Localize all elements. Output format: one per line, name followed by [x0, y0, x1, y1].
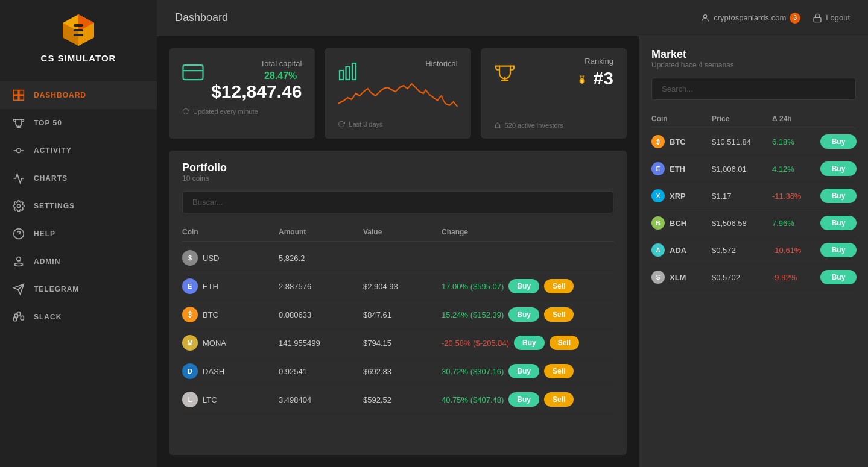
table-row: D DASH 0.92541 $692.83 30.72% ($307.16) …: [182, 357, 613, 386]
nav-items: DASHBOARD TOP 50 ACTIVITY CHARTS SETTING…: [0, 81, 157, 331]
svg-point-18: [17, 257, 21, 262]
change-cell-dash: 30.72% ($307.16) Buy Sell: [442, 364, 613, 378]
activity-icon: [12, 144, 25, 157]
sell-ltc-button[interactable]: Sell: [544, 392, 574, 407]
coin-dot-dash: D: [182, 363, 198, 379]
coin-dot-eth: E: [182, 278, 198, 294]
topbar-logout[interactable]: Logout: [813, 13, 850, 23]
buy-mona-button[interactable]: Buy: [514, 336, 545, 350]
card-total-percent: 28.47%: [264, 71, 297, 81]
help-icon: [12, 227, 25, 240]
market-change-eth: 4.12%: [772, 165, 820, 174]
admin-icon: [12, 255, 25, 268]
coin-dot-ltc: L: [182, 392, 198, 407]
sidebar-item-help[interactable]: HELP: [0, 220, 157, 248]
sidebar-label-dashboard: DASHBOARD: [34, 91, 86, 99]
market-price-xrp: $1.17: [712, 192, 772, 201]
telegram-icon: [12, 283, 25, 296]
logout-label: Logout: [826, 13, 850, 22]
market-price-xlm: $0.5702: [712, 273, 772, 282]
portfolio-search[interactable]: [182, 191, 613, 213]
sidebar-label-admin: ADMIN: [34, 257, 60, 266]
market-coin-name-xrp: XRP: [670, 192, 686, 201]
market-search-input[interactable]: [651, 78, 856, 100]
card-total-footer: Updated every minute: [182, 108, 302, 115]
amount-btc: 0.080633: [279, 310, 363, 319]
market-change-xrp: -11.36%: [772, 192, 820, 201]
change-cell-btc: 15.24% ($152.39) Buy Sell: [442, 307, 613, 322]
sidebar-item-dashboard[interactable]: DASHBOARD: [0, 81, 157, 109]
sidebar-item-slack[interactable]: SLACK: [0, 303, 157, 331]
main-content: Dashboard cryptospaniards.com 3 Logout: [157, 0, 868, 467]
sidebar-item-activity[interactable]: ACTIVITY: [0, 137, 157, 165]
market-price-eth: $1,006.01: [712, 165, 772, 174]
buy-btc-button[interactable]: Buy: [508, 307, 539, 322]
sell-mona-button[interactable]: Sell: [550, 336, 579, 350]
portfolio-title: Portfolio: [182, 161, 613, 174]
card-ranking-footer-text: 520 active investors: [505, 122, 563, 129]
portfolio-subtitle: 10 coins: [182, 174, 613, 183]
sidebar-item-settings[interactable]: SETTINGS: [0, 192, 157, 220]
buy-ltc-button[interactable]: Buy: [508, 392, 539, 407]
market-buy-xrp-button[interactable]: Buy: [820, 189, 857, 203]
market-buy-xlm-button[interactable]: Buy: [820, 270, 857, 284]
sidebar-label-settings: SETTINGS: [34, 202, 75, 210]
svg-rect-29: [340, 71, 343, 80]
market-dot-btc: ₿: [651, 135, 665, 148]
market-coin-eth: E ETH: [651, 162, 712, 175]
sidebar-item-telegram[interactable]: TELEGRAM: [0, 275, 157, 303]
sell-btc-button[interactable]: Sell: [544, 307, 574, 322]
sell-eth-button[interactable]: Sell: [544, 279, 574, 293]
amount-mona: 141.955499: [279, 339, 363, 348]
card-historical: Historical Last 3 days: [325, 48, 470, 139]
svg-text:1: 1: [581, 80, 583, 84]
coin-name-ltc: LTC: [203, 395, 217, 404]
change-btc: 15.24% ($152.39): [442, 310, 504, 319]
col-value: Value: [363, 228, 442, 236]
svg-rect-30: [346, 67, 350, 80]
sidebar-item-charts[interactable]: CHARTS: [0, 165, 157, 192]
market-row: ₿ BTC $10,511.84 6.18% Buy: [651, 128, 856, 155]
main-panel: Total capital 28.47% $12,847.46 Updated …: [157, 36, 639, 467]
topbar-right: cryptospaniards.com 3 Logout: [700, 13, 850, 24]
value-btc: $847.61: [363, 310, 442, 319]
value-eth: $2,904.93: [363, 282, 442, 291]
table-row: M MONA 141.955499 $794.15 -20.58% ($-205…: [182, 329, 613, 357]
market-dot-eth: E: [651, 162, 665, 175]
table-row: E ETH 2.887576 $2,904.93 17.00% ($595.07…: [182, 272, 613, 301]
market-coin-name-eth: ETH: [670, 165, 685, 174]
coin-name-btc: BTC: [203, 310, 218, 319]
market-buy-bch-button[interactable]: Buy: [820, 216, 857, 230]
coin-cell-mona: M MONA: [182, 335, 279, 351]
market-buy-ada-button[interactable]: Buy: [820, 243, 857, 257]
card-total-footer-text: Updated every minute: [193, 108, 258, 115]
svg-rect-9: [14, 96, 19, 101]
change-dash: 30.72% ($307.16): [442, 367, 504, 376]
bar-chart-icon: [338, 61, 360, 85]
card-ranking-value: #3: [594, 68, 613, 89]
medal-icon: 1: [577, 74, 588, 85]
topbar: Dashboard cryptospaniards.com 3 Logout: [157, 0, 868, 36]
table-row: ₿ BTC 0.080633 $847.61 15.24% ($152.39) …: [182, 301, 613, 329]
ranking-icon: [494, 61, 516, 85]
buy-eth-button[interactable]: Buy: [508, 279, 539, 293]
market-buy-eth-button[interactable]: Buy: [820, 161, 857, 176]
sidebar-item-admin[interactable]: ADMIN: [0, 248, 157, 275]
logo-icon: [60, 12, 97, 48]
portfolio-section: Portfolio 10 coins Coin Amount Value Cha…: [169, 151, 627, 455]
market-table-header: Coin Price Δ 24h: [651, 110, 856, 128]
coin-dot-btc: ₿: [182, 307, 198, 322]
market-buy-btc-button[interactable]: Buy: [820, 134, 857, 149]
amount-eth: 2.887576: [279, 282, 363, 291]
wallet-icon: [182, 61, 204, 85]
sidebar-label-activity: ACTIVITY: [34, 146, 72, 155]
logo-area: CS SIMULATOR: [41, 12, 116, 63]
sidebar-item-top50[interactable]: TOP 50: [0, 109, 157, 137]
svg-point-25: [704, 14, 707, 17]
market-row: S XLM $0.5702 -9.92% Buy: [651, 264, 856, 291]
buy-dash-button[interactable]: Buy: [508, 364, 539, 378]
settings-icon: [12, 199, 25, 213]
market-col-change: Δ 24h: [772, 114, 820, 123]
sell-dash-button[interactable]: Sell: [544, 364, 574, 378]
market-change-xlm: -9.92%: [772, 273, 820, 282]
